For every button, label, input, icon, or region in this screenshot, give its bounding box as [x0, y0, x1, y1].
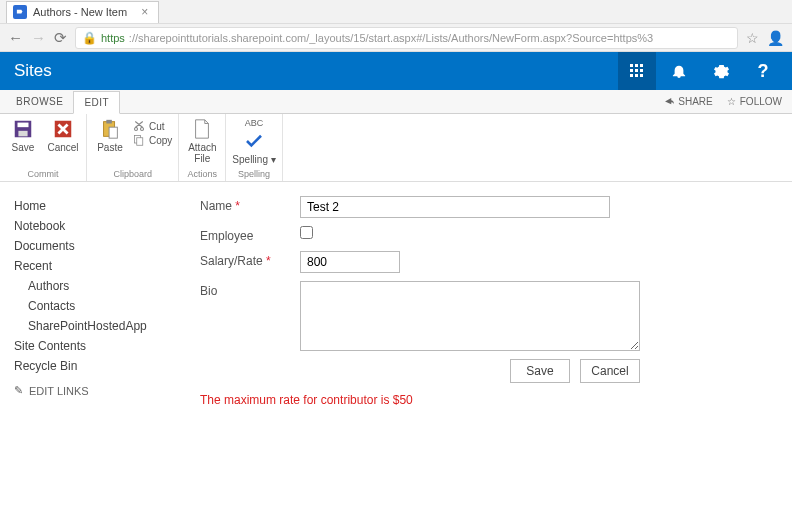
sidebar-item-authors[interactable]: Authors	[14, 276, 174, 296]
attach-file-icon	[191, 118, 213, 140]
suite-icons: ?	[618, 52, 782, 90]
svg-rect-0	[630, 64, 633, 67]
svg-rect-3	[630, 69, 633, 72]
svg-rect-10	[18, 123, 29, 128]
new-item-form: Name * Employee Salary/Rate * Bio Save C…	[180, 182, 792, 421]
form-save-button[interactable]: Save	[510, 359, 570, 383]
employee-label: Employee	[200, 226, 300, 243]
sidebar-item-home[interactable]: Home	[14, 196, 174, 216]
suite-bar: Sites ?	[0, 52, 792, 90]
browser-tab[interactable]: Authors - New Item ×	[6, 1, 159, 23]
close-icon[interactable]: ×	[141, 5, 148, 19]
svg-rect-15	[109, 127, 117, 138]
paste-button[interactable]: Paste	[93, 118, 127, 153]
bio-label: Bio	[200, 281, 300, 298]
spelling-icon	[243, 130, 265, 152]
save-icon	[12, 118, 34, 140]
salary-label: Salary/Rate *	[200, 251, 300, 268]
paste-icon	[99, 118, 121, 140]
ribbon-group-label: Spelling	[238, 169, 270, 179]
svg-rect-2	[640, 64, 643, 67]
ribbon: Save Cancel Commit Paste Cut	[0, 114, 792, 182]
save-button[interactable]: Save	[6, 118, 40, 153]
bio-field[interactable]	[300, 281, 640, 351]
copy-button[interactable]: Copy	[133, 134, 172, 146]
cancel-icon	[52, 118, 74, 140]
svg-rect-1	[635, 64, 638, 67]
browser-url-bar: ← → ⟳ 🔒 https ://sharepointtutorials.sha…	[0, 24, 792, 52]
user-icon[interactable]: 👤	[767, 30, 784, 46]
suite-title: Sites	[14, 61, 52, 81]
url-field[interactable]: 🔒 https ://sharepointtutorials.sharepoin…	[75, 27, 738, 49]
ribbon-group-label: Actions	[188, 169, 218, 179]
sidebar-item-contacts[interactable]: Contacts	[14, 296, 174, 316]
svg-rect-14	[106, 120, 112, 124]
name-label: Name *	[200, 196, 300, 213]
tab-edit[interactable]: EDIT	[73, 91, 120, 114]
forward-icon[interactable]: →	[31, 29, 46, 46]
sidebar-item-sitecontents[interactable]: Site Contents	[14, 336, 174, 356]
sidebar-item-app[interactable]: SharePointHostedApp	[14, 316, 174, 336]
pencil-icon: ✎	[14, 384, 23, 397]
sidebar-item-documents[interactable]: Documents	[14, 236, 174, 256]
back-icon[interactable]: ←	[8, 29, 23, 46]
sharepoint-favicon-icon	[13, 5, 27, 19]
settings-icon[interactable]	[702, 52, 740, 90]
ribbon-tabs: BROWSE EDIT SHARE ☆FOLLOW	[0, 90, 792, 114]
help-icon[interactable]: ?	[744, 52, 782, 90]
sidebar: Home Notebook Documents Recent Authors C…	[0, 182, 180, 421]
validation-message: The maximum rate for contributor is $50	[200, 393, 772, 407]
tab-browse[interactable]: BROWSE	[6, 90, 73, 113]
lock-icon: 🔒	[82, 31, 97, 45]
ribbon-group-spelling: ABC Spelling ▾ Spelling	[226, 114, 282, 181]
sidebar-item-notebook[interactable]: Notebook	[14, 216, 174, 236]
cancel-button[interactable]: Cancel	[46, 118, 80, 153]
ribbon-right: SHARE ☆FOLLOW	[663, 96, 792, 107]
browser-tab-strip: Authors - New Item ×	[0, 0, 792, 24]
ribbon-group-actions: Attach File Actions	[179, 114, 226, 181]
svg-rect-17	[137, 138, 143, 146]
star-icon[interactable]: ☆	[746, 30, 759, 46]
sidebar-item-recyclebin[interactable]: Recycle Bin	[14, 356, 174, 376]
app-launcher-icon[interactable]	[618, 52, 656, 90]
ribbon-group-label: Clipboard	[113, 169, 152, 179]
name-field[interactable]	[300, 196, 610, 218]
svg-rect-11	[18, 131, 27, 137]
salary-field[interactable]	[300, 251, 400, 273]
tab-title: Authors - New Item	[33, 6, 127, 18]
reload-icon[interactable]: ⟳	[54, 29, 67, 47]
ribbon-group-clipboard: Paste Cut Copy Clipboard	[87, 114, 179, 181]
sidebar-item-recent[interactable]: Recent	[14, 256, 174, 276]
form-cancel-button[interactable]: Cancel	[580, 359, 640, 383]
svg-rect-5	[640, 69, 643, 72]
spelling-button[interactable]: ABC Spelling ▾	[232, 118, 275, 165]
svg-rect-6	[630, 74, 633, 77]
url-https: https	[101, 32, 125, 44]
url-text: ://sharepointtutorials.sharepoint.com/_l…	[129, 32, 653, 44]
attach-file-button[interactable]: Attach File	[185, 118, 219, 164]
svg-rect-8	[640, 74, 643, 77]
edit-links-button[interactable]: ✎ EDIT LINKS	[14, 384, 174, 397]
employee-checkbox[interactable]	[300, 226, 313, 239]
notifications-icon[interactable]	[660, 52, 698, 90]
svg-rect-7	[635, 74, 638, 77]
follow-button[interactable]: ☆FOLLOW	[727, 96, 782, 107]
share-button[interactable]: SHARE	[663, 96, 712, 107]
ribbon-group-commit: Save Cancel Commit	[0, 114, 87, 181]
ribbon-group-label: Commit	[28, 169, 59, 179]
cut-button[interactable]: Cut	[133, 120, 172, 132]
svg-rect-4	[635, 69, 638, 72]
